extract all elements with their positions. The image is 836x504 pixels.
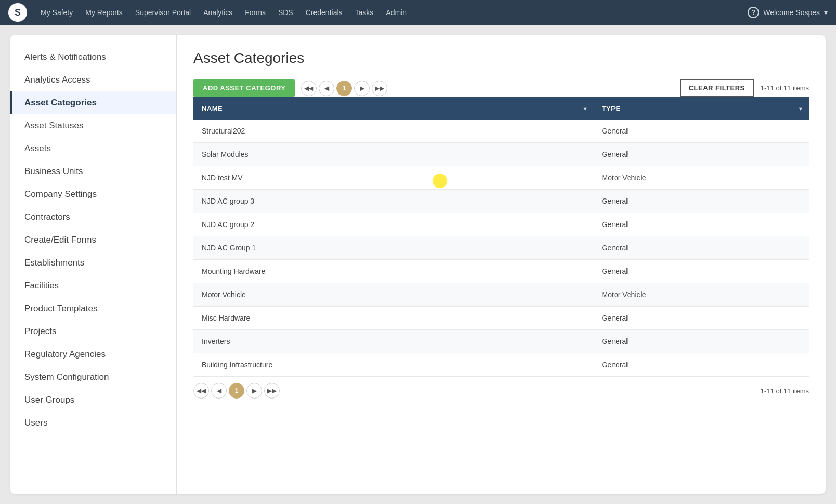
table-header: NAME ▼ TYPE ▼: [193, 97, 809, 120]
nav-link-my-reports[interactable]: My Reports: [84, 6, 124, 19]
nav-link-admin[interactable]: Admin: [385, 6, 408, 19]
table-row[interactable]: Structural202General: [193, 120, 809, 143]
first-page-button[interactable]: ◀◀: [301, 81, 317, 96]
app-logo[interactable]: S: [8, 3, 27, 22]
sidebar-item-user-groups[interactable]: User Groups: [10, 389, 176, 412]
bottom-toolbar: ◀◀ ◀ 1 ▶ ▶▶ 1-11 of 11 items: [193, 377, 809, 399]
table-row[interactable]: Mounting HardwareGeneral: [193, 260, 809, 283]
table-row[interactable]: NJD test MVMotor Vehicle: [193, 166, 809, 190]
main-container: Alerts & NotificationsAnalytics AccessAs…: [0, 25, 836, 504]
sidebar-item-analytics-access[interactable]: Analytics Access: [10, 69, 176, 91]
cell-name: Misc Hardware: [193, 307, 594, 330]
col-header-name[interactable]: NAME ▼: [193, 97, 594, 120]
sidebar-item-asset-statuses[interactable]: Asset Statuses: [10, 114, 176, 137]
cell-type: General: [594, 143, 809, 166]
sidebar-item-product-templates[interactable]: Product Templates: [10, 297, 176, 320]
welcome-text: Welcome Sospes: [763, 8, 820, 17]
table-row[interactable]: NJD AC Group 1General: [193, 236, 809, 260]
sidebar-item-users[interactable]: Users: [10, 412, 176, 434]
table-row[interactable]: InvertersGeneral: [193, 330, 809, 353]
nav-link-my-safety[interactable]: My Safety: [40, 6, 74, 19]
top-navigation: S My SafetyMy ReportsSupervisor PortalAn…: [0, 0, 836, 25]
sidebar-item-company-settings[interactable]: Company Settings: [10, 183, 176, 206]
items-count-top: 1-11 of 11 items: [761, 84, 809, 92]
items-count-bottom: 1-11 of 11 items: [761, 387, 809, 395]
cell-name: Inverters: [193, 330, 594, 353]
cell-type: Motor Vehicle: [594, 166, 809, 190]
cell-type: General: [594, 260, 809, 283]
cell-type: General: [594, 190, 809, 213]
type-filter-icon[interactable]: ▼: [798, 105, 804, 112]
next-page-button[interactable]: ▶: [354, 81, 370, 96]
sidebar: Alerts & NotificationsAnalytics AccessAs…: [10, 35, 177, 494]
cell-name: NJD AC Group 1: [193, 236, 594, 260]
top-pagination: ◀◀ ◀ 1 ▶ ▶▶: [301, 81, 387, 96]
sidebar-item-regulatory-agencies[interactable]: Regulatory Agencies: [10, 343, 176, 366]
content-area: Asset Categories ADD ASSET CATEGORY ◀◀ ◀…: [177, 35, 826, 494]
cell-name: Building Infrastructure: [193, 353, 594, 377]
bottom-current-page-button[interactable]: 1: [229, 383, 244, 399]
clear-filters-button[interactable]: CLEAR FILTERS: [680, 79, 754, 97]
cell-name: NJD AC group 3: [193, 190, 594, 213]
cell-name: NJD test MV: [193, 166, 594, 190]
sidebar-item-facilities[interactable]: Facilities: [10, 274, 176, 297]
nav-link-forms[interactable]: Forms: [244, 6, 267, 19]
sidebar-item-create-edit-forms[interactable]: Create/Edit Forms: [10, 229, 176, 251]
cell-name: Motor Vehicle: [193, 283, 594, 307]
table-body: Structural202GeneralSolar ModulesGeneral…: [193, 120, 809, 377]
cell-type: General: [594, 330, 809, 353]
sidebar-item-system-configuration[interactable]: System Configuration: [10, 366, 176, 389]
bottom-next-page-button[interactable]: ▶: [246, 383, 262, 399]
sidebar-item-establishments[interactable]: Establishments: [10, 251, 176, 274]
sidebar-item-contractors[interactable]: Contractors: [10, 206, 176, 229]
cell-type: General: [594, 120, 809, 143]
last-page-button[interactable]: ▶▶: [372, 81, 387, 96]
cell-name: NJD AC group 2: [193, 213, 594, 236]
bottom-first-page-button[interactable]: ◀◀: [193, 383, 209, 399]
cell-type: Motor Vehicle: [594, 283, 809, 307]
outer-card: Alerts & NotificationsAnalytics AccessAs…: [10, 35, 826, 494]
sidebar-item-business-units[interactable]: Business Units: [10, 160, 176, 183]
page-title: Asset Categories: [193, 50, 809, 67]
nav-link-sds[interactable]: SDS: [277, 6, 294, 19]
nav-link-credentials[interactable]: Credentials: [305, 6, 344, 19]
toolbar: ADD ASSET CATEGORY ◀◀ ◀ 1 ▶ ▶▶ CLEAR FIL…: [193, 79, 809, 97]
table-row[interactable]: Building InfrastructureGeneral: [193, 353, 809, 377]
table-row[interactable]: Misc HardwareGeneral: [193, 307, 809, 330]
col-header-type[interactable]: TYPE ▼: [594, 97, 809, 120]
cell-type: General: [594, 307, 809, 330]
sidebar-item-alerts-notifications[interactable]: Alerts & Notifications: [10, 46, 176, 69]
nav-link-tasks[interactable]: Tasks: [354, 6, 375, 19]
bottom-last-page-button[interactable]: ▶▶: [264, 383, 280, 399]
table-row[interactable]: Motor VehicleMotor Vehicle: [193, 283, 809, 307]
name-filter-icon[interactable]: ▼: [582, 105, 588, 112]
table-row[interactable]: NJD AC group 3General: [193, 190, 809, 213]
cell-name: Structural202: [193, 120, 594, 143]
bottom-prev-page-button[interactable]: ◀: [211, 383, 227, 399]
nav-links: My SafetyMy ReportsSupervisor PortalAnal…: [40, 6, 735, 19]
prev-page-button[interactable]: ◀: [319, 81, 334, 96]
asset-categories-table: NAME ▼ TYPE ▼ Structural202GeneralSolar …: [193, 97, 809, 377]
nav-link-analytics[interactable]: Analytics: [202, 6, 233, 19]
current-page-button[interactable]: 1: [336, 81, 352, 96]
sidebar-item-projects[interactable]: Projects: [10, 320, 176, 343]
table-row[interactable]: NJD AC group 2General: [193, 213, 809, 236]
help-icon[interactable]: ?: [748, 7, 759, 18]
table-row[interactable]: Solar ModulesGeneral: [193, 143, 809, 166]
nav-right: ? Welcome Sospes ▾: [748, 7, 828, 18]
cell-name: Solar Modules: [193, 143, 594, 166]
cell-name: Mounting Hardware: [193, 260, 594, 283]
cell-type: General: [594, 213, 809, 236]
add-asset-category-button[interactable]: ADD ASSET CATEGORY: [193, 79, 295, 97]
sidebar-item-asset-categories[interactable]: Asset Categories: [10, 91, 176, 114]
dropdown-arrow-icon[interactable]: ▾: [824, 8, 828, 17]
cell-type: General: [594, 353, 809, 377]
cell-type: General: [594, 236, 809, 260]
sidebar-item-assets[interactable]: Assets: [10, 137, 176, 160]
nav-link-supervisor-portal[interactable]: Supervisor Portal: [134, 6, 192, 19]
